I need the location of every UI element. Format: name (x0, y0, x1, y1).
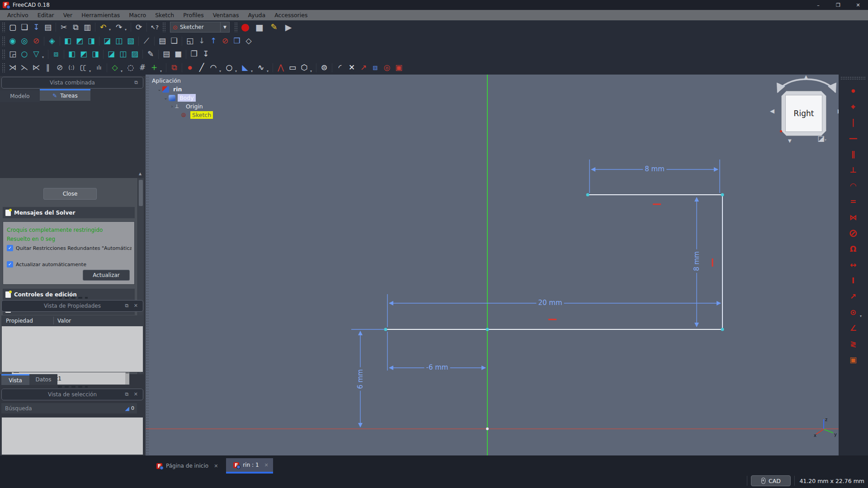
menu-editar[interactable]: Editar (33, 10, 59, 20)
checkbox-remove-redundant[interactable]: ✓ (7, 245, 13, 251)
view-grid-icon[interactable]: # (137, 62, 148, 74)
group-make-icon[interactable]: ❏ (168, 35, 180, 47)
save-file-icon[interactable]: ↧ (30, 21, 42, 33)
tab-tareas[interactable]: ✎ Tareas (40, 89, 90, 101)
doc-zoom-icon[interactable]: ◲ (7, 48, 19, 60)
chevron-down-icon[interactable]: ▾ (310, 69, 314, 75)
filter-funnel-icon[interactable]: ◢ (125, 405, 129, 412)
open-file-icon[interactable]: ❏ (19, 21, 30, 33)
nav-style-button[interactable]: CAD (751, 475, 791, 486)
create-conic-icon[interactable]: ◣ (239, 62, 251, 74)
chevron-down-icon[interactable]: ▾ (121, 69, 125, 75)
minimize-button[interactable]: – (808, 0, 828, 10)
redo-icon[interactable]: ↷ (113, 21, 125, 33)
chevron-down-icon[interactable]: ▾ (160, 69, 164, 75)
create-circle-icon[interactable]: ○ (223, 62, 235, 74)
body-view-left-icon[interactable]: ▨ (129, 48, 141, 60)
menu-macro[interactable]: Macro (124, 10, 151, 20)
image-plane-icon[interactable]: ❒ (231, 35, 243, 47)
refresh-icon[interactable]: ⟳ (133, 21, 145, 33)
view-rear-icon[interactable]: ◪ (101, 35, 113, 47)
link-make-icon[interactable]: ▤ (156, 35, 168, 47)
chevron-down-icon[interactable]: ▾ (109, 28, 113, 33)
chevron-down-icon[interactable]: ▾ (219, 69, 223, 75)
toggle-construction-icon[interactable]: ▣ (393, 62, 405, 74)
constraint-lock-icon[interactable]: Ω (839, 241, 868, 257)
dimension-neg6mm-label[interactable]: -6 mm (425, 363, 450, 371)
constraint-block-edge-icon[interactable]: ⋉ (30, 62, 42, 74)
constraint-snell-icon[interactable]: ≷ (839, 336, 868, 352)
chevron-down-icon[interactable]: ▾ (125, 28, 129, 33)
document-tab-p-gina-de-inicio[interactable]: FPágina de inicio✕ (149, 458, 222, 474)
blank-tool-icon[interactable]: ■ (172, 48, 184, 60)
constraint-brackets-icon[interactable]: (:) (66, 62, 77, 74)
constraint-point-on-object-icon[interactable]: ⌖ (839, 99, 868, 114)
view-axonometric-icon[interactable]: ◈ (46, 35, 58, 47)
rotate-down-icon[interactable]: ▼ (788, 138, 792, 143)
origin-point[interactable] (486, 427, 489, 430)
property-table-body[interactable] (1, 326, 143, 372)
update-button[interactable]: Actualizar (83, 270, 130, 281)
undo-icon[interactable]: ↶ (97, 21, 109, 33)
create-line-icon[interactable]: ╱ (196, 62, 208, 74)
macro-record-icon[interactable]: ● (239, 21, 251, 33)
navigation-cube[interactable]: ▲ ◀ ▶ ▼ Right ◪▾ (766, 76, 848, 148)
sketch-vertex[interactable] (721, 328, 724, 331)
selection-view-titlebar[interactable]: Vista de selección ⧉ ✕ (1, 389, 143, 400)
dimension-8mm-top-label[interactable]: 8 mm (643, 165, 666, 173)
view-top-icon[interactable]: ◩ (74, 35, 85, 47)
chevron-down-icon[interactable]: ▾ (267, 69, 271, 75)
constraint-vertical-distance-icon[interactable]: I (839, 272, 868, 288)
zoom-in-icon[interactable]: ○ (19, 48, 30, 60)
close-tab-icon[interactable]: ✕ (214, 463, 218, 469)
leave-sketch-icon[interactable]: ◌ (125, 62, 137, 74)
property-view-titlebar[interactable]: Vista de Propiedades ⧉ ✕ (1, 300, 143, 312)
view-front-icon[interactable]: ◧ (62, 35, 74, 47)
constraint-block-icon[interactable]: ⊘ (839, 225, 868, 241)
constraint-symmetric-pair-icon[interactable]: ⋊ (7, 62, 19, 74)
maximize-button[interactable]: ❐ (828, 0, 848, 10)
draw-style-icon[interactable]: ⊘ (30, 35, 42, 47)
constraint-equal-icon[interactable]: = (839, 193, 868, 209)
new-file-icon[interactable]: ▢ (7, 21, 19, 33)
chevron-down-icon[interactable]: ▼ (220, 22, 229, 32)
create-polygon-icon[interactable]: ⬡ (298, 62, 310, 74)
sort-histogram-icon[interactable]: ılı (93, 62, 105, 74)
measure-distance-icon[interactable]: ⟋ (141, 35, 152, 47)
extend-edge-icon[interactable]: ↗ (358, 62, 369, 74)
tab-vista[interactable]: Vista (1, 374, 29, 385)
combo-view-titlebar[interactable]: Vista combinada ⧉ (1, 77, 143, 89)
menu-sketch[interactable]: Sketch (151, 10, 179, 20)
constraint-horizontal-distance-icon[interactable]: ↔ (839, 257, 868, 272)
tab-modelo[interactable]: Modelo (0, 90, 40, 102)
print-icon[interactable]: ▤ (42, 21, 54, 33)
solver-messages-header[interactable]: Mensajes del Solver (3, 207, 135, 218)
view-bottom-icon[interactable]: ◫ (113, 35, 125, 47)
edit-sketch-icon[interactable]: ◇ (109, 62, 121, 74)
clone-geometry-icon[interactable]: ⧉ (168, 62, 180, 74)
dimension-6mm-label[interactable]: 6 mm (356, 367, 364, 391)
menu-herramientas[interactable]: Herramientas (77, 10, 124, 20)
carbon-copy-icon[interactable]: ◎ (381, 62, 393, 74)
body-view-bottom-icon[interactable]: ◫ (117, 48, 129, 60)
float-close-icons[interactable]: ⧉ ✕ (125, 303, 140, 309)
create-slot-icon[interactable]: ⊜ (318, 62, 330, 74)
selection-view-body[interactable] (1, 417, 143, 455)
menu-ver[interactable]: Ver (59, 10, 77, 20)
chevron-down-icon[interactable]: ▾ (235, 69, 239, 75)
create-polyline-icon[interactable]: ⋀ (275, 62, 287, 74)
body-view-top-icon[interactable]: ◩ (78, 48, 90, 60)
constraint-tangent-icon[interactable]: ◠ (839, 178, 868, 193)
sketch-vertex[interactable] (586, 193, 590, 197)
fit-selection-icon[interactable]: ◎ (19, 35, 30, 47)
sketch-vertex[interactable] (384, 328, 387, 331)
menu-ventanas[interactable]: Ventanas (208, 10, 244, 20)
search-input[interactable]: Búsqueda (1, 405, 125, 412)
constraint-angle-icon[interactable]: ∠ (839, 320, 868, 336)
arrow-down-icon[interactable]: ↓ (196, 35, 208, 47)
view-right-icon[interactable]: ◨ (85, 35, 97, 47)
body-view-front-icon[interactable]: ◧ (66, 48, 78, 60)
chevron-down-icon[interactable]: ▾ (89, 69, 93, 75)
constraint-radius-icon[interactable]: ⊙▾ (839, 304, 868, 320)
create-rectangle-icon[interactable]: ▭ (287, 62, 298, 74)
